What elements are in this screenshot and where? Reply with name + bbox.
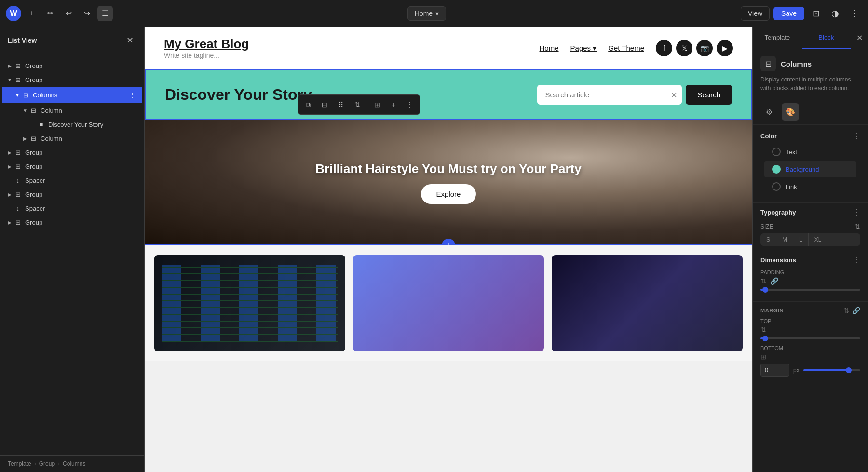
tree-item-spacer1[interactable]: ↕ Spacer (2, 174, 142, 187)
search-clear-button[interactable]: ✕ (671, 90, 677, 99)
tree-item-column2[interactable]: ▶ ⊟ Column (2, 132, 142, 145)
undo-button[interactable]: ↩ (61, 6, 76, 21)
color-row-background[interactable]: Background (764, 161, 856, 177)
more-options-button[interactable]: ⋮ (402, 97, 418, 112)
breadcrumb-template[interactable]: Template (8, 460, 31, 467)
site-tagline[interactable]: Write site tagline... (164, 52, 249, 59)
save-button[interactable]: Save (773, 7, 804, 20)
tree-item-columns[interactable]: ▼ ⊟ Columns ⋮ (2, 87, 142, 103)
size-l[interactable]: L (793, 233, 809, 246)
move-button[interactable]: ⇅ (350, 97, 365, 112)
right-panel-close[interactable]: ✕ (851, 27, 868, 49)
bottom-icon-button[interactable]: ⊞ (760, 353, 766, 361)
add-block-button[interactable]: ＋ (24, 6, 40, 21)
tab-block[interactable]: Block (802, 27, 851, 49)
site-logo[interactable]: My Great Blog (164, 37, 249, 52)
tree-item-group1[interactable]: ▶ ⊞ Group (2, 59, 142, 72)
padding-adjust-button[interactable]: ⇅ (760, 277, 766, 285)
editor-mode-button[interactable]: ⊡ (808, 6, 824, 21)
top-adjust-button[interactable]: ⇅ (760, 326, 766, 334)
image-card-phone[interactable] (353, 255, 544, 351)
margin-section: MARGIN ⇅ 🔗 TOP ⇅ BOTTOM ⊞ px (753, 302, 868, 381)
tree-label: Column (41, 135, 138, 142)
top-slider[interactable] (760, 337, 860, 339)
tree-arrow: ▶ (6, 162, 14, 170)
duplicate-button[interactable]: ⧉ (300, 97, 316, 112)
margin-link-button[interactable]: 🔗 (852, 307, 860, 314)
twitter-icon[interactable]: 𝕏 (676, 40, 692, 56)
tree-item-group4[interactable]: ▶ ⊞ Group (2, 160, 142, 173)
tree-item-group6[interactable]: ▶ ⊞ Group (2, 216, 142, 229)
view-button[interactable]: View (741, 6, 770, 21)
explore-button[interactable]: Explore (421, 184, 476, 204)
redo-button[interactable]: ↪ (79, 6, 95, 21)
canvas: My Great Blog Write site tagline... Home… (145, 27, 752, 472)
spacer-icon: ↕ (14, 176, 22, 185)
facebook-icon[interactable]: f (656, 40, 672, 56)
site-header: My Great Blog Write site tagline... Home… (145, 27, 752, 69)
tree-item-group3[interactable]: ▶ ⊞ Group (2, 146, 142, 159)
tree-item-group5[interactable]: ▶ ⊞ Group (2, 188, 142, 201)
tools-button[interactable]: ✏ (42, 6, 58, 21)
settings-gear-tab[interactable]: ⚙ (760, 103, 778, 121)
page-selector[interactable]: Home ▾ (407, 6, 446, 21)
right-panel-tabs: Template Block ✕ (753, 27, 868, 49)
image-card-code[interactable] (154, 255, 345, 351)
heading-icon: ◼ (37, 120, 45, 129)
settings-style-tab[interactable]: 🎨 (782, 103, 799, 121)
top-thumb[interactable] (762, 336, 768, 341)
color-more-button[interactable]: ⋮ (853, 132, 860, 141)
dimensions-more-button[interactable]: ⋮ (854, 256, 860, 264)
add-button[interactable]: + (386, 97, 401, 112)
bottom-thumb[interactable] (846, 367, 852, 373)
tree-item-discover[interactable]: ◼ Discover Your Story (2, 118, 142, 131)
nav-theme[interactable]: Get Theme (608, 44, 644, 52)
wordpress-logo[interactable]: W (6, 6, 21, 21)
nav-pages[interactable]: Pages ▾ (570, 44, 597, 53)
discover-section: Discover Your Story ✕ Search (145, 69, 752, 120)
list-view-button[interactable]: ☰ (97, 6, 113, 21)
sidebar-close-button[interactable]: ✕ (123, 34, 136, 47)
tree-item-column1[interactable]: ▼ ⊟ Column (2, 104, 142, 117)
nav-home[interactable]: Home (540, 44, 559, 52)
options-button[interactable]: ⋮ (847, 6, 862, 21)
tree-item-spacer2[interactable]: ↕ Spacer (2, 202, 142, 215)
breadcrumb-columns[interactable]: Columns (63, 460, 85, 467)
breadcrumb: Template › Group › Columns (8, 460, 136, 467)
size-adjust-button[interactable]: ⇅ (854, 223, 860, 230)
typo-more-button[interactable]: ⋮ (853, 208, 860, 217)
margin-adjust-button[interactable]: ⇅ (843, 307, 849, 314)
discover-title[interactable]: Discover Your Story (165, 86, 312, 104)
color-section-title: Color (760, 133, 777, 140)
margin-icons: ⇅ 🔗 (843, 307, 860, 314)
hero-title[interactable]: Brilliant Hairstyle You Must try on Your… (315, 162, 581, 176)
bottom-slider[interactable] (803, 369, 860, 371)
right-sidebar: Template Block ✕ ⊟ Columns Display conte… (752, 27, 868, 472)
tree-arrow (6, 176, 14, 184)
top-bar-center: Home ▾ (113, 6, 741, 21)
padding-slider[interactable] (760, 289, 860, 291)
image-card-rocket[interactable] (552, 255, 743, 351)
padding-link-button[interactable]: 🔗 (770, 277, 778, 285)
tree-more-button[interactable]: ⋮ (127, 89, 138, 101)
columns-layout-button[interactable]: ⊟ (317, 97, 332, 112)
search-button[interactable]: Search (686, 85, 732, 105)
youtube-icon[interactable]: ▶ (717, 40, 733, 56)
padding-thumb[interactable] (762, 287, 768, 293)
theme-button[interactable]: ◑ (827, 6, 843, 21)
hero-section: Brilliant Hairstyle You Must try on Your… (145, 120, 752, 245)
breadcrumb-group[interactable]: Group (39, 460, 55, 467)
align-button[interactable]: ⊞ (369, 97, 385, 112)
search-input[interactable] (537, 85, 682, 105)
color-row-link[interactable]: Link (764, 178, 856, 195)
instagram-icon[interactable]: 📷 (696, 40, 713, 56)
tab-template[interactable]: Template (753, 27, 802, 49)
bottom-value-input[interactable] (760, 364, 789, 377)
color-row-text[interactable]: Text (764, 144, 856, 160)
tree-item-group2[interactable]: ▼ ⊞ Group (2, 73, 142, 86)
size-s[interactable]: S (760, 233, 776, 246)
drag-handle[interactable]: ⠿ (333, 97, 349, 112)
social-icons: f 𝕏 📷 ▶ (656, 40, 733, 56)
size-xl[interactable]: XL (809, 233, 827, 246)
size-m[interactable]: M (776, 233, 793, 246)
